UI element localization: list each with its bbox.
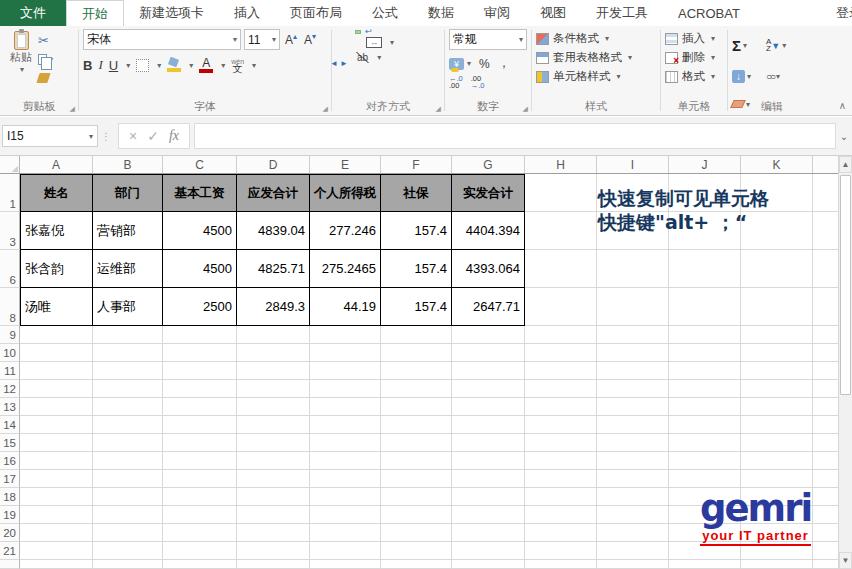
cell[interactable] [452, 542, 525, 560]
cell[interactable] [452, 362, 525, 380]
cell[interactable] [525, 542, 597, 560]
cell[interactable] [669, 434, 741, 452]
row-header-10[interactable]: 10 [0, 344, 20, 362]
cell[interactable] [381, 470, 452, 488]
column-header-I[interactable]: I [597, 156, 669, 173]
cell[interactable]: 4825.71 [237, 250, 310, 288]
cell[interactable] [597, 344, 669, 362]
row-header-6[interactable]: 6 [0, 250, 20, 288]
cell[interactable]: 实发合计 [452, 174, 525, 212]
align-right-button[interactable] [356, 42, 360, 44]
bottom-align-button[interactable] [356, 31, 360, 33]
cell[interactable] [163, 452, 237, 470]
row-header-21[interactable]: 21 [0, 542, 20, 560]
column-header-partial[interactable] [813, 156, 838, 173]
cell[interactable] [310, 524, 381, 542]
cell[interactable] [310, 542, 381, 560]
font-name-select[interactable]: 宋体▾ [83, 29, 241, 50]
cell[interactable] [20, 560, 93, 569]
cell[interactable] [741, 344, 813, 362]
cell[interactable] [741, 250, 813, 288]
row-header-18[interactable]: 18 [0, 488, 20, 506]
cell[interactable] [597, 250, 669, 288]
merge-center-button[interactable]: ↔ [366, 37, 382, 48]
cell[interactable] [310, 506, 381, 524]
row-header-13[interactable]: 13 [0, 398, 20, 416]
cell[interactable] [163, 326, 237, 344]
cell[interactable] [452, 470, 525, 488]
cell[interactable] [163, 344, 237, 362]
cell[interactable] [813, 488, 838, 506]
cell[interactable] [597, 326, 669, 344]
format-painter-button[interactable] [38, 70, 53, 86]
cell[interactable] [93, 416, 163, 434]
cell[interactable] [93, 452, 163, 470]
collapse-ribbon-icon[interactable]: ∧ [839, 100, 846, 111]
cell[interactable] [93, 524, 163, 542]
cell[interactable]: 营销部 [93, 212, 163, 250]
borders-button[interactable] [136, 59, 149, 72]
cell[interactable] [452, 524, 525, 542]
cell[interactable] [163, 506, 237, 524]
row-header-partial[interactable] [0, 560, 20, 569]
cell[interactable] [381, 560, 452, 569]
scroll-down-icon[interactable]: ▼ [839, 552, 852, 569]
tab-4[interactable]: 页面布局 [275, 0, 357, 26]
column-header-A[interactable]: A [20, 156, 93, 173]
cell[interactable]: 2849.3 [237, 288, 310, 326]
cell[interactable] [20, 452, 93, 470]
cell[interactable] [163, 380, 237, 398]
cell[interactable] [813, 362, 838, 380]
cell[interactable] [20, 488, 93, 506]
cell[interactable]: 张含韵 [20, 250, 93, 288]
dialog-launcher-icon[interactable]: ◢ [323, 105, 328, 113]
cell[interactable] [452, 434, 525, 452]
delete-cells-button[interactable]: 删除▾ [665, 50, 715, 65]
cell[interactable]: 2500 [163, 288, 237, 326]
cell[interactable] [20, 362, 93, 380]
cell[interactable] [381, 416, 452, 434]
cell[interactable]: 157.4 [381, 288, 452, 326]
formula-input[interactable] [194, 123, 836, 149]
column-header-J[interactable]: J [669, 156, 741, 173]
tab-7[interactable]: 审阅 [469, 0, 525, 26]
cell[interactable]: 个人所得税 [310, 174, 381, 212]
autosum-button[interactable]: Σ▾ [732, 31, 766, 60]
conditional-formatting-button[interactable]: 条件格式▾ [536, 31, 632, 46]
cell[interactable] [813, 560, 838, 569]
cell[interactable]: 157.4 [381, 212, 452, 250]
cell[interactable] [381, 326, 452, 344]
cell[interactable] [381, 524, 452, 542]
cell[interactable] [741, 326, 813, 344]
cell[interactable] [525, 344, 597, 362]
cell[interactable] [741, 288, 813, 326]
tab-8[interactable]: 视图 [525, 0, 581, 26]
cell[interactable]: 4500 [163, 250, 237, 288]
cell[interactable] [237, 434, 310, 452]
cell[interactable] [20, 506, 93, 524]
cell[interactable] [669, 470, 741, 488]
expand-formula-bar-icon[interactable]: ⌄ [836, 131, 852, 142]
tab-6[interactable]: 数据 [413, 0, 469, 26]
decrease-decimal-button[interactable]: .00→.0 [471, 75, 485, 89]
align-center-button[interactable] [346, 42, 350, 44]
cell[interactable] [93, 326, 163, 344]
underline-button[interactable]: U [109, 58, 118, 73]
row-header-8[interactable]: 8 [0, 288, 20, 326]
cell[interactable] [163, 362, 237, 380]
cell[interactable] [237, 416, 310, 434]
grow-font-button[interactable]: A▴ [283, 32, 299, 47]
cell[interactable] [163, 524, 237, 542]
percent-style-button[interactable]: % [479, 57, 490, 71]
cell[interactable] [669, 380, 741, 398]
cell[interactable]: 4839.04 [237, 212, 310, 250]
cell[interactable]: 275.2465 [310, 250, 381, 288]
cell[interactable]: 4404.394 [452, 212, 525, 250]
cell[interactable] [525, 288, 597, 326]
cell[interactable] [525, 560, 597, 569]
dialog-launcher-icon[interactable]: ◢ [436, 105, 441, 113]
cell[interactable] [310, 398, 381, 416]
cell[interactable] [813, 344, 838, 362]
cell[interactable] [20, 380, 93, 398]
cell[interactable] [452, 398, 525, 416]
